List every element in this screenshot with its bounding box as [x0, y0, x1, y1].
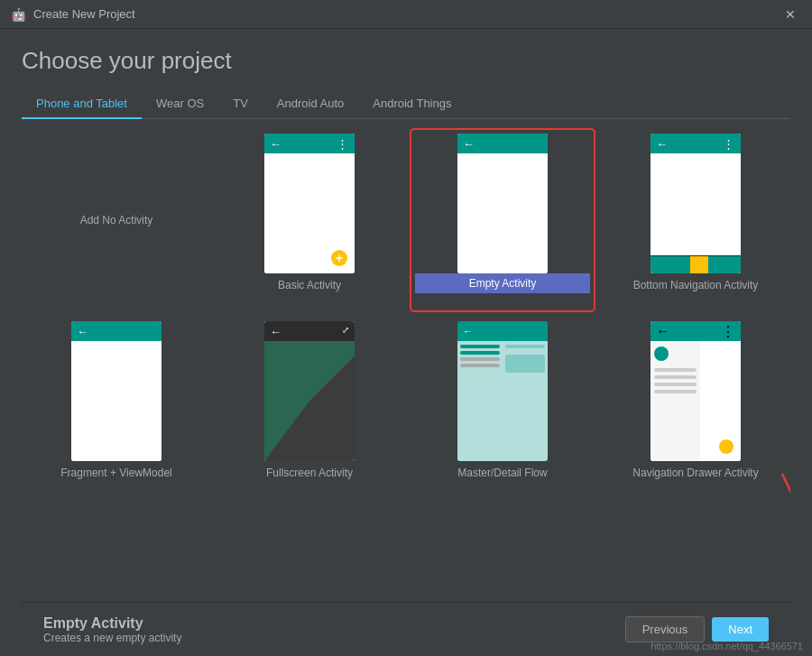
- main-content: [700, 341, 741, 461]
- back-arrow-icon: ←: [656, 137, 668, 151]
- activity-item-label: Fragment + ViewModel: [60, 467, 172, 479]
- selected-activity-description: Creates a new empty activity: [43, 632, 625, 644]
- tabs-container: Phone and Tablet Wear OS TV Android Auto…: [22, 89, 790, 119]
- activity-item-label: Basic Activity: [278, 279, 341, 291]
- list-item[interactable]: ← Empty Activity: [411, 130, 594, 310]
- previous-button[interactable]: Previous: [625, 616, 706, 642]
- yellow-indicator: [690, 256, 708, 273]
- menu-dots-icon: ⋮: [723, 137, 735, 151]
- activity-item-label: Master/Detail Flow: [457, 467, 547, 479]
- list-item[interactable]: ← Fragment + ViewModel: [25, 318, 208, 483]
- svg-marker-0: [264, 341, 355, 461]
- bottom-nav-preview: ← ⋮: [651, 134, 741, 273]
- menu-dots-icon: ⋮: [337, 137, 349, 151]
- back-arrow-icon: ←: [463, 326, 473, 337]
- preview-content: +: [264, 153, 355, 273]
- list-item[interactable]: Add No Activity: [25, 130, 208, 310]
- preview-top-bar: ←: [457, 321, 548, 341]
- preview-top-bar: ← ⋮: [264, 134, 355, 153]
- expand-icon: ⤢: [342, 325, 349, 335]
- list-line: [460, 351, 500, 355]
- tab-wear-os[interactable]: Wear OS: [142, 89, 218, 119]
- list-item[interactable]: ← ⤢ Fullscreen Activity: [218, 318, 401, 483]
- master-list: [457, 341, 503, 461]
- back-arrow-icon: ←: [77, 325, 88, 338]
- drawer-line: [654, 383, 697, 386]
- title-bar: 🤖 Create New Project ✕: [0, 0, 812, 29]
- activity-grid: Add No Activity ← ⋮ + Basic Activity ←: [22, 119, 790, 602]
- preview-top-bar: ←: [457, 134, 548, 153]
- drawer-content: [651, 341, 741, 461]
- preview-top-bar: ← ⤢: [264, 321, 355, 341]
- red-arrow-indicator: [773, 469, 790, 568]
- bottom-nav-bar: [651, 255, 741, 273]
- dialog-content: Choose your project Phone and Tablet Wea…: [0, 29, 812, 656]
- back-arrow-icon: ←: [270, 325, 281, 338]
- fullscreen-preview: ← ⤢: [264, 321, 355, 461]
- back-arrow-icon: ←: [463, 137, 475, 151]
- tab-android-things[interactable]: Android Things: [358, 89, 466, 119]
- detail-line: [505, 355, 545, 373]
- list-item[interactable]: ← ⋮ Bottom Navigation Activity: [604, 130, 787, 310]
- detail-panel: [503, 341, 548, 461]
- title-bar-left: 🤖 Create New Project: [11, 7, 135, 22]
- no-activity-label: Add No Activity: [80, 214, 153, 226]
- fragment-preview: ←: [71, 321, 161, 461]
- preview-content: [71, 341, 161, 461]
- list-item[interactable]: ← ⋮ + Basic Activity: [218, 130, 401, 310]
- drawer-line: [654, 375, 697, 379]
- watermark: https://blog.csdn.net/qq_44366571: [651, 641, 803, 651]
- basic-activity-preview: ← ⋮ +: [264, 134, 355, 273]
- tab-tv[interactable]: TV: [218, 89, 263, 119]
- preview-top-bar: ← ⋮: [651, 321, 741, 341]
- activity-item-label: Navigation Drawer Activity: [632, 467, 758, 479]
- preview-content: [264, 341, 355, 461]
- preview-top-bar: ← ⋮: [651, 134, 741, 153]
- tab-phone-tablet[interactable]: Phone and Tablet: [22, 89, 142, 119]
- fullscreen-diagonal-icon: [264, 341, 355, 461]
- drawer-panel: [651, 341, 700, 461]
- list-line: [460, 357, 500, 361]
- preview-content: [457, 153, 548, 273]
- preview-content: [651, 153, 741, 273]
- list-item[interactable]: ← Master/Detail Flow: [411, 318, 594, 483]
- list-item[interactable]: ← ⋮ Navigation Drawer Activi: [604, 318, 787, 483]
- selected-activity-title: Empty Activity: [43, 615, 625, 632]
- drawer-avatar: [654, 346, 669, 361]
- selected-activity-info: Empty Activity Creates a new empty activ…: [43, 615, 625, 644]
- preview-top-bar: ←: [71, 321, 161, 341]
- master-detail-content: [457, 341, 548, 461]
- activity-item-label: Fullscreen Activity: [266, 467, 353, 479]
- list-line: [460, 364, 500, 367]
- selected-activity-label: Empty Activity: [415, 273, 590, 293]
- next-button[interactable]: Next: [712, 617, 769, 642]
- drawer-line: [654, 390, 697, 393]
- drawer-line: [654, 368, 697, 372]
- android-logo-icon: 🤖: [11, 7, 26, 22]
- empty-activity-preview: ←: [457, 134, 548, 273]
- svg-line-2: [782, 474, 790, 559]
- menu-dots-icon: ⋮: [721, 323, 735, 340]
- activity-item-label: Bottom Navigation Activity: [633, 279, 759, 291]
- detail-line: [505, 345, 545, 348]
- master-detail-preview: ←: [457, 321, 548, 461]
- back-arrow-icon: ←: [656, 323, 670, 339]
- dialog-buttons: Previous Next: [625, 616, 769, 642]
- tab-android-auto[interactable]: Android Auto: [263, 89, 358, 119]
- list-line: [460, 345, 500, 348]
- dialog-title: Create New Project: [33, 7, 135, 21]
- back-arrow-icon: ←: [270, 137, 281, 151]
- fab-icon: [719, 439, 734, 454]
- page-title: Choose your project: [22, 47, 790, 75]
- nav-drawer-preview: ← ⋮: [651, 321, 741, 461]
- close-button[interactable]: ✕: [780, 5, 801, 23]
- fab-icon: +: [331, 250, 347, 266]
